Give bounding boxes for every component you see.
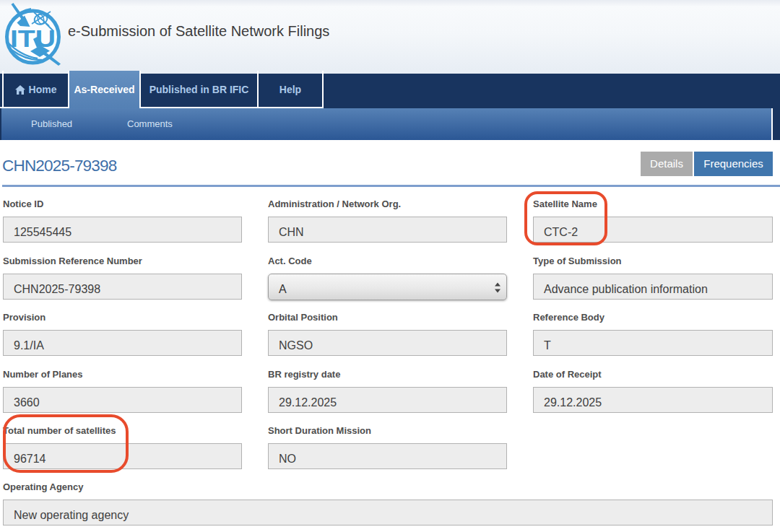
svg-text:ITU: ITU [10, 25, 56, 52]
